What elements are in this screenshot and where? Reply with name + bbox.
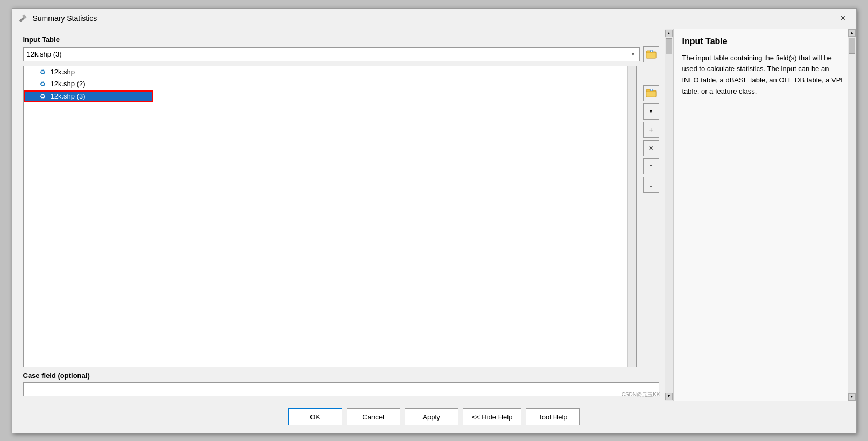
help-body: The input table containing the field(s) … <box>682 53 848 97</box>
list-with-scroll: ♻ 12k.shp ♻ 12k.shp (2) <box>23 66 637 367</box>
apply-button[interactable]: Apply <box>405 408 458 425</box>
case-field-input[interactable] <box>23 382 659 396</box>
help-panel: Input Table The input table containing t… <box>673 29 856 401</box>
input-table-label: Input Table <box>23 36 659 44</box>
dropdown-row: 12k.shp (3) ▼ <box>23 46 659 62</box>
selected-item-wrapper: ♻ 12k.shp (3) <box>24 90 627 103</box>
watermark-text: CSDN@元玉KK <box>622 391 660 398</box>
add-button[interactable]: + <box>643 122 659 138</box>
help-scroll-track <box>848 37 856 393</box>
scroll-down-arrow[interactable]: ▼ <box>665 393 673 400</box>
recycle-icon-selected: ♻ <box>39 92 47 101</box>
title-bar-left: Summary Statistics <box>19 13 97 23</box>
left-panel: Input Table 12k.shp (3) ▼ <box>12 29 665 401</box>
case-field-section: Case field (optional) <box>23 372 659 396</box>
list-item-selected[interactable]: ♻ 12k.shp (3) <box>24 90 153 102</box>
tool-help-button[interactable]: Tool Help <box>526 408 580 425</box>
plus-icon: + <box>648 125 653 134</box>
dialog-body: Input Table 12k.shp (3) ▼ <box>12 29 856 401</box>
hide-help-button[interactable]: << Hide Help <box>463 408 522 425</box>
item-label: 12k.shp (2) <box>51 80 86 88</box>
list-inner: ♻ 12k.shp ♻ 12k.shp (2) <box>24 66 627 367</box>
input-table-dropdown[interactable]: 12k.shp (3) ▼ <box>23 47 640 61</box>
cancel-button[interactable]: Cancel <box>347 408 400 425</box>
title-bar: Summary Statistics × <box>12 9 856 29</box>
dropdown-value: 12k.shp (3) <box>27 50 62 58</box>
browse-button-2[interactable] <box>643 85 659 101</box>
item-label-selected: 12k.shp (3) <box>51 92 86 100</box>
main-scrollbar[interactable]: ▲ ▼ <box>665 29 673 401</box>
list-section: ♻ 12k.shp ♻ 12k.shp (2) <box>23 66 659 367</box>
list-item[interactable]: ♻ 12k.shp (2) <box>24 78 627 90</box>
button-bar: OK Cancel Apply << Hide Help Tool Help <box>12 401 856 433</box>
remove-button[interactable]: × <box>643 140 659 156</box>
folder-icon-2 <box>646 89 657 97</box>
browse-button-1[interactable] <box>643 46 659 62</box>
up-arrow-icon: ↑ <box>649 162 653 171</box>
help-scrollbar[interactable]: ▲ ▼ <box>848 29 856 401</box>
left-content: Input Table 12k.shp (3) ▼ <box>23 36 659 396</box>
help-scroll-thumb <box>849 38 855 54</box>
help-scroll-down[interactable]: ▼ <box>848 393 856 401</box>
scroll-up-arrow[interactable]: ▲ <box>665 30 673 37</box>
recycle-icon: ♻ <box>39 68 47 76</box>
list-scrollbar <box>627 66 636 367</box>
x-icon: × <box>648 144 653 152</box>
ok-button[interactable]: OK <box>288 408 342 425</box>
scroll-track <box>666 37 673 393</box>
move-down-button[interactable]: ↓ <box>643 177 659 193</box>
right-buttons: ▼ + × ↑ <box>643 66 659 367</box>
summary-statistics-dialog: Summary Statistics × Input Table 12k.shp… <box>12 8 857 433</box>
dialog-title: Summary Statistics <box>33 14 97 23</box>
item-label: 12k.shp <box>51 68 75 76</box>
help-scroll-up[interactable]: ▲ <box>848 29 856 37</box>
recycle-icon: ♻ <box>39 80 47 88</box>
chevron-down-icon: ▼ <box>631 51 636 57</box>
scroll-thumb <box>666 38 672 54</box>
move-up-button[interactable]: ↑ <box>643 158 659 174</box>
close-button[interactable]: × <box>837 12 850 25</box>
case-field-label: Case field (optional) <box>23 372 659 380</box>
help-title: Input Table <box>682 37 848 46</box>
tool-icon <box>19 13 29 23</box>
list-item[interactable]: ♻ 12k.shp <box>24 66 627 78</box>
folder-icon-1 <box>646 50 657 59</box>
down-arrow-icon: ↓ <box>649 180 653 189</box>
collapse-button[interactable]: ▼ <box>643 103 659 120</box>
